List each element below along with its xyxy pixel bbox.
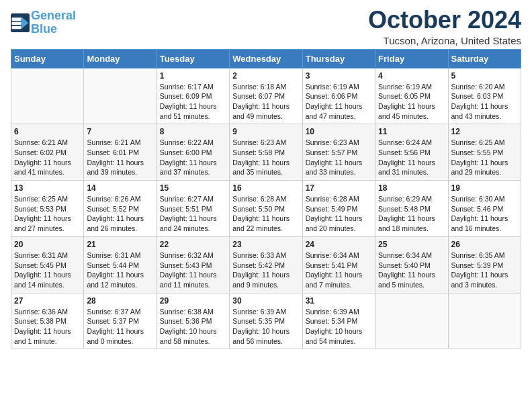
day-number: 8 [160, 127, 226, 136]
day-detail: Sunrise: 6:26 AMSunset: 5:52 PMDaylight:… [87, 194, 153, 234]
day-detail: Sunrise: 6:34 AMSunset: 5:41 PMDaylight:… [306, 250, 372, 290]
day-number: 11 [378, 127, 445, 136]
table-row: 22Sunrise: 6:32 AMSunset: 5:43 PMDayligh… [157, 236, 229, 293]
day-number: 15 [160, 183, 226, 193]
col-tuesday: Tuesday [157, 49, 229, 68]
calendar-week-row: 20Sunrise: 6:31 AMSunset: 5:45 PMDayligh… [11, 236, 521, 293]
col-thursday: Thursday [302, 49, 375, 68]
day-detail: Sunrise: 6:23 AMSunset: 5:58 PMDaylight:… [232, 138, 299, 177]
svg-rect-3 [12, 21, 21, 25]
day-number: 9 [232, 127, 299, 136]
table-row: 3Sunrise: 6:19 AMSunset: 6:06 PMDaylight… [302, 68, 375, 124]
day-detail: Sunrise: 6:38 AMSunset: 5:36 PMDaylight:… [160, 307, 226, 347]
table-row: 15Sunrise: 6:27 AMSunset: 5:51 PMDayligh… [157, 181, 229, 237]
day-number: 26 [451, 240, 518, 249]
col-friday: Friday [375, 49, 448, 68]
table-row: 28Sunrise: 6:37 AMSunset: 5:37 PMDayligh… [84, 293, 157, 349]
title-block: October 2024 Tucson, Arizona, United Sta… [368, 7, 521, 46]
day-number: 17 [306, 183, 372, 193]
day-detail: Sunrise: 6:30 AMSunset: 5:46 PMDaylight:… [451, 194, 518, 234]
day-detail: Sunrise: 6:28 AMSunset: 5:50 PMDaylight:… [232, 194, 299, 234]
table-row: 17Sunrise: 6:28 AMSunset: 5:49 PMDayligh… [302, 181, 375, 237]
table-row: 21Sunrise: 6:31 AMSunset: 5:44 PMDayligh… [84, 236, 157, 293]
month-title: October 2024 [368, 7, 521, 34]
table-row: 13Sunrise: 6:25 AMSunset: 5:53 PMDayligh… [11, 181, 84, 237]
day-number: 4 [378, 71, 445, 81]
table-row: 26Sunrise: 6:35 AMSunset: 5:39 PMDayligh… [448, 236, 521, 293]
day-detail: Sunrise: 6:32 AMSunset: 5:43 PMDaylight:… [160, 250, 226, 290]
day-number: 27 [14, 296, 81, 306]
day-detail: Sunrise: 6:39 AMSunset: 5:34 PMDaylight:… [306, 307, 372, 347]
calendar-header-row: Sunday Monday Tuesday Wednesday Thursday… [11, 49, 521, 68]
day-number: 19 [451, 183, 518, 193]
logo-line2: Blue [31, 23, 76, 36]
day-detail: Sunrise: 6:29 AMSunset: 5:48 PMDaylight:… [378, 194, 445, 234]
table-row [11, 68, 84, 124]
svg-rect-2 [12, 17, 21, 21]
logo-line1: General [31, 9, 76, 23]
day-detail: Sunrise: 6:24 AMSunset: 5:56 PMDaylight:… [378, 138, 445, 177]
day-number: 18 [378, 183, 445, 193]
day-detail: Sunrise: 6:19 AMSunset: 6:05 PMDaylight:… [378, 82, 445, 122]
day-detail: Sunrise: 6:35 AMSunset: 5:39 PMDaylight:… [451, 250, 518, 290]
svg-rect-4 [12, 26, 21, 29]
table-row [448, 293, 521, 349]
day-detail: Sunrise: 6:27 AMSunset: 5:51 PMDaylight:… [160, 194, 226, 234]
table-row: 8Sunrise: 6:22 AMSunset: 6:00 PMDaylight… [157, 124, 229, 181]
day-number: 13 [14, 183, 81, 193]
table-row: 27Sunrise: 6:36 AMSunset: 5:38 PMDayligh… [11, 293, 84, 349]
day-detail: Sunrise: 6:23 AMSunset: 5:57 PMDaylight:… [306, 138, 372, 177]
col-sunday: Sunday [11, 49, 84, 68]
day-detail: Sunrise: 6:34 AMSunset: 5:40 PMDaylight:… [378, 250, 445, 290]
day-number: 24 [306, 240, 372, 249]
day-detail: Sunrise: 6:39 AMSunset: 5:35 PMDaylight:… [232, 307, 299, 347]
table-row: 20Sunrise: 6:31 AMSunset: 5:45 PMDayligh… [11, 236, 84, 293]
table-row: 6Sunrise: 6:21 AMSunset: 6:02 PMDaylight… [11, 124, 84, 181]
day-detail: Sunrise: 6:20 AMSunset: 6:03 PMDaylight:… [451, 82, 518, 122]
day-number: 20 [14, 240, 81, 249]
table-row: 12Sunrise: 6:25 AMSunset: 5:55 PMDayligh… [448, 124, 521, 181]
table-row: 30Sunrise: 6:39 AMSunset: 5:35 PMDayligh… [230, 293, 302, 349]
calendar-table: Sunday Monday Tuesday Wednesday Thursday… [11, 49, 521, 350]
table-row: 1Sunrise: 6:17 AMSunset: 6:09 PMDaylight… [157, 68, 229, 124]
day-number: 23 [232, 240, 299, 249]
day-detail: Sunrise: 6:17 AMSunset: 6:09 PMDaylight:… [160, 82, 226, 122]
day-number: 29 [160, 296, 226, 306]
table-row [375, 293, 448, 349]
table-row [84, 68, 157, 124]
table-row: 2Sunrise: 6:18 AMSunset: 6:07 PMDaylight… [230, 68, 302, 124]
table-row: 19Sunrise: 6:30 AMSunset: 5:46 PMDayligh… [448, 181, 521, 237]
calendar-week-row: 1Sunrise: 6:17 AMSunset: 6:09 PMDaylight… [11, 68, 521, 124]
table-row: 10Sunrise: 6:23 AMSunset: 5:57 PMDayligh… [302, 124, 375, 181]
col-monday: Monday [84, 49, 157, 68]
day-number: 22 [160, 240, 226, 249]
table-row: 24Sunrise: 6:34 AMSunset: 5:41 PMDayligh… [302, 236, 375, 293]
day-number: 25 [378, 240, 445, 249]
day-detail: Sunrise: 6:25 AMSunset: 5:55 PMDaylight:… [451, 138, 518, 177]
day-number: 10 [306, 127, 372, 136]
logo-text: General Blue [31, 9, 76, 36]
table-row: 14Sunrise: 6:26 AMSunset: 5:52 PMDayligh… [84, 181, 157, 237]
col-saturday: Saturday [448, 49, 521, 68]
day-detail: Sunrise: 6:31 AMSunset: 5:44 PMDaylight:… [87, 250, 153, 290]
table-row: 18Sunrise: 6:29 AMSunset: 5:48 PMDayligh… [375, 181, 448, 237]
day-detail: Sunrise: 6:19 AMSunset: 6:06 PMDaylight:… [306, 82, 372, 122]
day-number: 5 [451, 71, 518, 81]
logo: General Blue [11, 9, 76, 36]
day-detail: Sunrise: 6:28 AMSunset: 5:49 PMDaylight:… [306, 194, 372, 234]
day-number: 1 [160, 71, 226, 81]
logo-icon [11, 13, 30, 32]
day-detail: Sunrise: 6:36 AMSunset: 5:38 PMDaylight:… [14, 307, 81, 347]
day-number: 16 [232, 183, 299, 193]
day-detail: Sunrise: 6:31 AMSunset: 5:45 PMDaylight:… [14, 250, 81, 290]
calendar-week-row: 27Sunrise: 6:36 AMSunset: 5:38 PMDayligh… [11, 293, 521, 349]
calendar-week-row: 6Sunrise: 6:21 AMSunset: 6:02 PMDaylight… [11, 124, 521, 181]
day-detail: Sunrise: 6:22 AMSunset: 6:00 PMDaylight:… [160, 138, 226, 177]
table-row: 5Sunrise: 6:20 AMSunset: 6:03 PMDaylight… [448, 68, 521, 124]
table-row: 11Sunrise: 6:24 AMSunset: 5:56 PMDayligh… [375, 124, 448, 181]
day-number: 14 [87, 183, 153, 193]
table-row: 4Sunrise: 6:19 AMSunset: 6:05 PMDaylight… [375, 68, 448, 124]
calendar-week-row: 13Sunrise: 6:25 AMSunset: 5:53 PMDayligh… [11, 181, 521, 237]
table-row: 16Sunrise: 6:28 AMSunset: 5:50 PMDayligh… [230, 181, 302, 237]
day-detail: Sunrise: 6:25 AMSunset: 5:53 PMDaylight:… [14, 194, 81, 234]
